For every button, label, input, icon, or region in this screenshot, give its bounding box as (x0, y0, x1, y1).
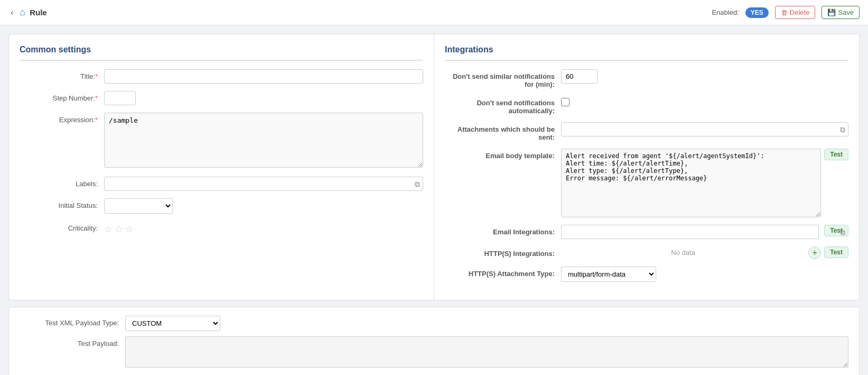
criticality-label: Criticality: (20, 221, 104, 232)
email-body-label: Email body template: (445, 149, 561, 160)
star-1[interactable]: ☆ (104, 223, 113, 235)
attachments-input[interactable] (561, 122, 848, 136)
labels-copy-icon[interactable]: ⧉ (415, 179, 420, 188)
home-icon: ⌂ (20, 7, 25, 18)
content-area: Common settings Title:* Step Number:* (0, 25, 868, 375)
attachments-control: ⧉ (561, 122, 848, 136)
initial-status-control: Active Inactive (104, 198, 423, 214)
integrations-panel: Integrations Don't send similar notifica… (434, 34, 859, 300)
dont-send-similar-control (561, 69, 848, 84)
criticality-control: ☆ ☆ ☆ (104, 221, 423, 235)
https-test-button[interactable]: Test (824, 246, 848, 258)
page-wrapper: ‹ ⌂ Rule Enabled: YES 🗑 Delete 💾 Save Co… (0, 0, 868, 375)
test-payload-type-control: CUSTOM XML JSON (125, 316, 848, 331)
title-input[interactable] (104, 69, 423, 84)
topbar: ‹ ⌂ Rule Enabled: YES 🗑 Delete 💾 Save (0, 0, 868, 25)
expression-textarea[interactable]: /sample (104, 113, 423, 168)
email-integrations-copy-icon[interactable]: ⧉ (840, 227, 845, 236)
dont-send-auto-row: Don't send notifications automatically: (445, 96, 848, 115)
title-row: Title:* (20, 69, 423, 84)
enabled-toggle[interactable]: YES (745, 7, 769, 18)
step-number-control (104, 91, 423, 105)
star-2[interactable]: ☆ (115, 223, 123, 235)
step-number-row: Step Number:* (20, 91, 423, 105)
delete-icon: 🗑 (781, 8, 788, 16)
attachments-label: Attachments which should be sent: (445, 122, 561, 141)
title-label: Title:* (20, 69, 104, 80)
test-payload-textarea[interactable] (125, 336, 848, 368)
dont-send-auto-checkbox[interactable] (561, 98, 570, 106)
main-panel: Common settings Title:* Step Number:* (8, 34, 860, 300)
expression-control: /sample (104, 113, 423, 169)
save-button[interactable]: 💾 Save (822, 6, 860, 19)
dont-send-auto-label: Don't send notifications automatically: (445, 96, 561, 115)
expression-required: * (95, 116, 98, 124)
initial-status-select[interactable]: Active Inactive (104, 198, 173, 214)
https-attachment-control: multipart/form-data base64 binary (561, 267, 848, 282)
back-button[interactable]: ‹ (8, 6, 15, 20)
test-payload-type-label: Test XML Payload Type: (20, 316, 125, 327)
dont-send-similar-input[interactable] (561, 69, 598, 84)
https-attachment-label: HTTP(S) Attachment Type: (445, 267, 561, 278)
email-body-test-button[interactable]: Test (824, 149, 848, 160)
integrations-title: Integrations (445, 45, 848, 61)
https-integrations-label: HTTP(S) Integrations: (445, 246, 561, 258)
dont-send-similar-row: Don't send similar notifications for (mi… (445, 69, 848, 88)
initial-status-row: Initial Status: Active Inactive (20, 198, 423, 214)
step-number-label: Step Number:* (20, 91, 104, 102)
test-payload-row: Test Payload: (20, 336, 848, 369)
initial-status-label: Initial Status: (20, 198, 104, 209)
email-body-control: Alert received from agent '${/alert/agen… (561, 149, 848, 217)
title-required: * (95, 72, 98, 80)
email-integrations-input[interactable] (561, 225, 819, 239)
expression-row: Expression:* /sample (20, 113, 423, 169)
https-add-button[interactable]: + (808, 246, 821, 259)
labels-row: Labels: ⧉ (20, 177, 423, 191)
common-settings-title: Common settings (20, 45, 423, 61)
email-integrations-row: Email Integrations: ⧉ Test (445, 225, 848, 239)
save-label: Save (838, 8, 854, 16)
email-body-row: Email body template: Alert received from… (445, 149, 848, 217)
dont-send-similar-label: Don't send similar notifications for (mi… (445, 69, 561, 88)
common-settings-panel: Common settings Title:* Step Number:* (9, 34, 434, 300)
save-icon: 💾 (827, 8, 836, 16)
attachments-row: Attachments which should be sent: ⧉ (445, 122, 848, 141)
star-3[interactable]: ☆ (125, 223, 134, 235)
page-title: Rule (30, 8, 47, 17)
bottom-form: Test XML Payload Type: CUSTOM XML JSON T… (8, 307, 860, 375)
enabled-label: Enabled: (712, 8, 739, 16)
criticality-row: Criticality: ☆ ☆ ☆ (20, 221, 423, 235)
test-payload-type-row: Test XML Payload Type: CUSTOM XML JSON (20, 316, 848, 331)
https-integrations-control: No data + Test (561, 246, 848, 259)
expression-label: Expression:* (20, 113, 104, 124)
https-integrations-row: HTTP(S) Integrations: No data + Test (445, 246, 848, 259)
email-integrations-label: Email Integrations: (445, 225, 561, 236)
title-control (104, 69, 423, 84)
email-body-textarea[interactable]: Alert received from agent '${/alert/agen… (561, 149, 821, 217)
labels-input[interactable] (104, 177, 423, 191)
https-attachment-row: HTTP(S) Attachment Type: multipart/form-… (445, 267, 848, 282)
step-number-required: * (95, 94, 98, 102)
topbar-right: Enabled: YES 🗑 Delete 💾 Save (712, 6, 860, 19)
labels-control: ⧉ (104, 177, 423, 191)
email-integrations-control: ⧉ Test (561, 225, 848, 239)
step-number-input[interactable] (104, 91, 136, 105)
attachments-copy-icon[interactable]: ⧉ (840, 125, 845, 134)
test-payload-control (125, 336, 848, 369)
test-payload-type-select[interactable]: CUSTOM XML JSON (125, 316, 220, 331)
delete-label: Delete (790, 8, 810, 16)
https-no-data: No data (561, 246, 805, 257)
delete-button[interactable]: 🗑 Delete (775, 6, 816, 19)
https-attachment-select[interactable]: multipart/form-data base64 binary (561, 267, 656, 282)
criticality-stars: ☆ ☆ ☆ (104, 221, 423, 235)
test-payload-label: Test Payload: (20, 336, 125, 347)
dont-send-auto-control (561, 96, 848, 106)
topbar-left: ‹ ⌂ Rule (8, 6, 47, 20)
labels-label: Labels: (20, 177, 104, 188)
